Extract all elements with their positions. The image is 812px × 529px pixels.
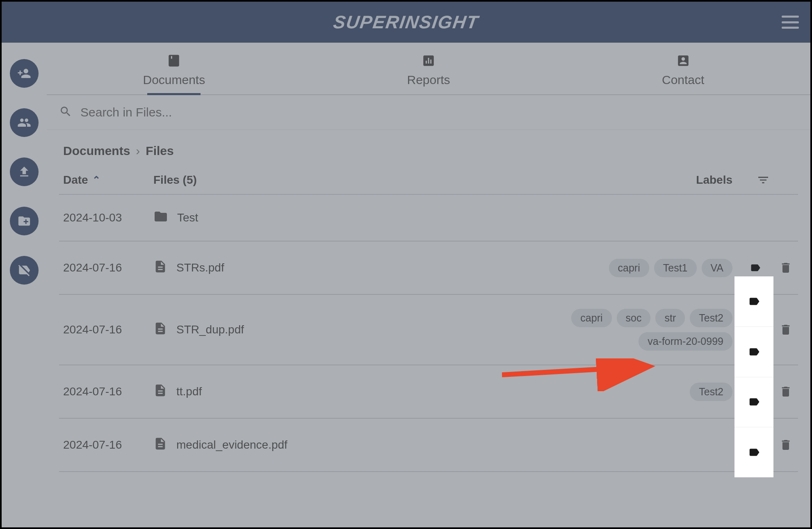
col-files[interactable]: Files (5) [153, 173, 519, 187]
files-table: Date ⌃ Files (5) Labels 2024-10-03Test20… [47, 166, 810, 472]
col-labels: Labels [519, 173, 732, 187]
table-row[interactable]: 2024-10-03Test [59, 195, 798, 242]
label-chip[interactable]: va-form-20-0999 [639, 332, 732, 351]
label-chip[interactable]: soc [617, 309, 651, 327]
col-labels-label: Labels [696, 173, 732, 187]
file-name: Test [177, 211, 198, 224]
file-name: tt.pdf [176, 385, 202, 398]
cell-file: STR_dup.pdf [153, 320, 519, 340]
cell-file: Test [153, 209, 519, 227]
cell-labels: capriTest1VA [519, 259, 732, 277]
col-date-label: Date [63, 173, 88, 187]
tab-reports[interactable]: Reports [301, 43, 556, 94]
cell-file: medical_evidence.pdf [153, 436, 519, 455]
label-chip[interactable]: capri [609, 259, 649, 277]
cell-date: 2024-07-16 [63, 261, 153, 274]
menu-icon[interactable] [782, 16, 799, 29]
tab-label: Documents [143, 73, 205, 87]
folder-icon [153, 209, 168, 227]
cell-labels: caprisocstrTest2va-form-20-0999 [519, 309, 732, 351]
delete-button[interactable] [778, 437, 794, 453]
highlight-tag-column [734, 276, 773, 477]
file-name: STR_dup.pdf [176, 323, 244, 336]
breadcrumb-root[interactable]: Documents [63, 144, 130, 158]
chevron-right-icon: › [136, 144, 140, 158]
label-chip[interactable]: Test1 [654, 259, 697, 277]
top-bar: SUPERINSIGHT [2, 2, 810, 43]
tab-documents[interactable]: Documents [47, 43, 301, 94]
file-name: STRs.pdf [176, 261, 224, 274]
col-files-label: Files (5) [153, 173, 197, 187]
cell-file: STRs.pdf [153, 258, 519, 278]
breadcrumb-leaf: Files [146, 144, 173, 158]
cell-date: 2024-10-03 [63, 211, 153, 224]
tabs: Documents Reports Contact [47, 43, 810, 95]
file-icon [153, 320, 167, 340]
cell-file: tt.pdf [153, 382, 519, 401]
group-button[interactable] [10, 108, 39, 137]
cell-labels: Test2 [519, 383, 732, 401]
table-header: Date ⌃ Files (5) Labels [59, 166, 798, 195]
table-row[interactable]: 2024-07-16STRs.pdfcapriTest1VA [59, 242, 798, 295]
table-row[interactable]: 2024-07-16STR_dup.pdfcaprisocstrTest2va-… [59, 295, 798, 365]
new-folder-button[interactable] [10, 207, 39, 235]
sidebar [2, 43, 47, 527]
col-filter[interactable] [732, 173, 794, 187]
cell-date: 2024-07-16 [63, 438, 153, 451]
table-row[interactable]: 2024-07-16tt.pdfTest2 [59, 365, 798, 419]
label-chip[interactable]: str [655, 309, 685, 327]
file-name: medical_evidence.pdf [176, 438, 287, 451]
breadcrumb: Documents › Files [47, 130, 810, 166]
file-icon [153, 258, 167, 278]
sort-asc-icon: ⌃ [92, 174, 100, 186]
main-content: Documents Reports Contact Documents [47, 43, 810, 527]
search-icon [59, 105, 72, 120]
label-chip[interactable]: Test2 [690, 383, 732, 401]
brand-logo: SUPERINSIGHT [332, 12, 480, 32]
table-row[interactable]: 2024-07-16medical_evidence.pdf [59, 419, 798, 472]
tab-label: Contact [662, 73, 704, 87]
delete-button[interactable] [778, 260, 794, 276]
label-chip[interactable]: VA [702, 259, 733, 277]
label-chip[interactable]: Test2 [690, 309, 732, 327]
tab-contact[interactable]: Contact [556, 43, 810, 94]
search-bar [47, 95, 810, 130]
cell-date: 2024-07-16 [63, 385, 153, 398]
col-date[interactable]: Date ⌃ [63, 173, 153, 187]
tab-label: Reports [407, 73, 450, 87]
cell-date: 2024-07-16 [63, 323, 153, 336]
delete-button[interactable] [778, 383, 794, 400]
label-off-button[interactable] [10, 256, 39, 285]
delete-button[interactable] [778, 322, 794, 338]
add-user-button[interactable] [10, 59, 39, 88]
upload-button[interactable] [10, 157, 39, 186]
search-input[interactable] [80, 105, 798, 119]
file-icon [153, 382, 167, 401]
file-icon [153, 436, 167, 455]
label-chip[interactable]: capri [571, 309, 611, 327]
